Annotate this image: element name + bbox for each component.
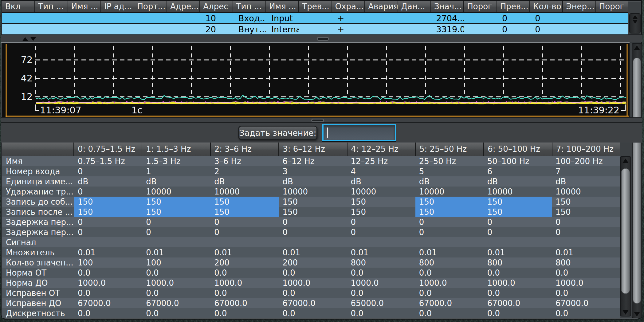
param-cell[interactable]: 150 xyxy=(74,197,142,207)
column-header[interactable]: Порог xyxy=(464,1,496,12)
param-cell[interactable]: 0.0 xyxy=(74,268,142,278)
param-cell[interactable]: 67000.0 xyxy=(279,298,347,308)
param-column-header[interactable]: 2: 3–6 Hz xyxy=(211,143,278,156)
param-cell[interactable]: 0.0 xyxy=(415,308,484,318)
signal-plot[interactable]: 72421211:39:071с11:39:22 xyxy=(6,44,629,117)
param-cell[interactable]: 0.01 xyxy=(347,247,415,257)
param-cell[interactable]: 0.0 xyxy=(552,308,620,318)
param-cell[interactable]: 67000.0 xyxy=(74,298,142,308)
param-cell[interactable]: dB xyxy=(74,176,142,187)
param-cell[interactable]: 100 xyxy=(142,257,210,268)
param-cell[interactable]: 150 xyxy=(552,207,620,217)
param-cell[interactable]: 0.0 xyxy=(552,268,620,278)
param-cell[interactable]: 150 xyxy=(210,197,279,207)
param-cell[interactable]: 0 xyxy=(142,217,210,227)
param-cell[interactable]: 1000.0 xyxy=(415,278,484,288)
param-cell[interactable]: 0.0 xyxy=(484,268,552,278)
param-cell[interactable]: 0.0 xyxy=(415,268,484,278)
param-cell[interactable]: dB xyxy=(484,176,552,187)
column-header[interactable]: Имя ... xyxy=(68,1,100,12)
column-header[interactable]: Трев... xyxy=(299,1,331,12)
param-cell[interactable]: 0.0 xyxy=(74,288,142,298)
param-cell[interactable] xyxy=(347,237,415,247)
param-cell[interactable]: 0 xyxy=(142,227,210,237)
param-cell[interactable]: 150 xyxy=(415,197,484,207)
param-cell[interactable]: 0.0 xyxy=(415,288,484,298)
param-cell[interactable]: 0.0 xyxy=(279,288,347,298)
param-cell[interactable]: 0.0 xyxy=(142,288,210,298)
param-cell[interactable]: 10000 xyxy=(347,187,415,197)
param-cell[interactable]: 5 xyxy=(415,166,484,176)
column-header[interactable]: Тип ... xyxy=(35,1,67,12)
param-cell[interactable]: 150 xyxy=(142,197,210,207)
param-cell[interactable]: 3–6 Hz xyxy=(210,156,279,166)
column-header[interactable]: Порт... xyxy=(134,1,167,12)
param-cell[interactable]: 25–50 Hz xyxy=(415,156,484,166)
param-cell[interactable]: 150 xyxy=(74,207,142,217)
param-cell[interactable]: 1.5–3 Hz xyxy=(142,156,210,166)
param-column-header[interactable]: 1: 1.5–3 Hz xyxy=(142,143,210,156)
param-cell[interactable]: 1000.0 xyxy=(210,278,279,288)
column-header[interactable]: Тип ... xyxy=(233,1,265,12)
param-cell[interactable]: 0.0 xyxy=(210,288,279,298)
param-cell[interactable]: 10000 xyxy=(279,187,347,197)
param-cell[interactable] xyxy=(552,237,620,247)
column-header[interactable]: Авария xyxy=(365,1,397,12)
param-cell[interactable]: 0 xyxy=(415,227,484,237)
param-cell[interactable]: 12–25 Hz xyxy=(347,156,415,166)
param-cell[interactable]: dB xyxy=(552,176,620,187)
param-cell[interactable]: 1000.0 xyxy=(552,278,620,288)
splitter-handle-icon[interactable] xyxy=(311,119,324,122)
param-cell[interactable]: 150 xyxy=(484,197,552,207)
param-cell[interactable]: 200 xyxy=(210,257,279,268)
scroll-up-icon[interactable] xyxy=(633,15,638,19)
param-cell[interactable]: dB xyxy=(347,176,415,187)
param-cell[interactable]: 150 xyxy=(484,207,552,217)
param-cell[interactable] xyxy=(484,237,552,247)
param-cell[interactable]: 0.01 xyxy=(279,247,347,257)
param-cell[interactable]: 150 xyxy=(552,197,620,207)
column-header[interactable]: IP ад... xyxy=(101,1,133,12)
param-cell[interactable]: 0 xyxy=(552,217,620,227)
column-header[interactable]: Энер... xyxy=(563,1,595,12)
param-cell[interactable]: 0.0 xyxy=(347,308,415,318)
param-cell[interactable]: 800 xyxy=(484,257,552,268)
param-cell[interactable]: 0.0 xyxy=(347,268,415,278)
param-cell[interactable]: 100–200 Hz xyxy=(552,156,620,166)
column-header[interactable]: Порог xyxy=(596,1,628,12)
param-cell[interactable]: 0 xyxy=(552,227,620,237)
param-cell[interactable]: 150 xyxy=(347,207,415,217)
set-value-input[interactable] xyxy=(322,124,396,141)
param-cell[interactable]: 3 xyxy=(279,166,347,176)
param-cell[interactable]: 10000 xyxy=(210,187,279,197)
collapse-down-icon[interactable] xyxy=(30,37,36,41)
param-column-header[interactable]: 4: 12–25 Hz xyxy=(348,143,415,156)
param-cell[interactable] xyxy=(415,237,484,247)
param-cell[interactable]: 0 xyxy=(74,227,142,237)
device-table-scrollbar[interactable] xyxy=(629,13,641,33)
param-cell[interactable]: 1 xyxy=(142,166,210,176)
param-cell[interactable]: dB xyxy=(415,176,484,187)
param-cell[interactable]: 800 xyxy=(415,257,484,268)
scroll-up-icon[interactable] xyxy=(634,45,640,50)
param-cell[interactable]: 10000 xyxy=(484,187,552,197)
param-cell[interactable]: 150 xyxy=(210,207,279,217)
device-row[interactable]: 10Вход...Input+2704...00 xyxy=(2,12,628,23)
scroll-up-icon[interactable] xyxy=(622,159,629,163)
column-header[interactable]: Дан... xyxy=(398,1,430,12)
param-cell[interactable]: 150 xyxy=(142,207,210,217)
param-cell[interactable]: 10000 xyxy=(142,187,210,197)
column-header[interactable]: Кол-во xyxy=(530,1,562,12)
param-cell[interactable]: 1000.0 xyxy=(74,278,142,288)
param-cell[interactable]: 67000.0 xyxy=(210,298,279,308)
param-cell[interactable]: 67000.0 xyxy=(552,298,620,308)
param-cell[interactable]: 0.01 xyxy=(415,247,484,257)
column-header[interactable]: Прев... xyxy=(497,1,529,12)
param-cell[interactable]: 0 xyxy=(279,217,347,227)
param-cell[interactable]: 67000.0 xyxy=(415,298,484,308)
column-header[interactable]: Вкл xyxy=(2,1,34,12)
param-cell[interactable]: 0.0 xyxy=(210,308,279,318)
column-header[interactable]: Алрес xyxy=(200,1,232,12)
param-cell[interactable]: 150 xyxy=(279,197,347,207)
param-cell[interactable]: dB xyxy=(142,176,210,187)
